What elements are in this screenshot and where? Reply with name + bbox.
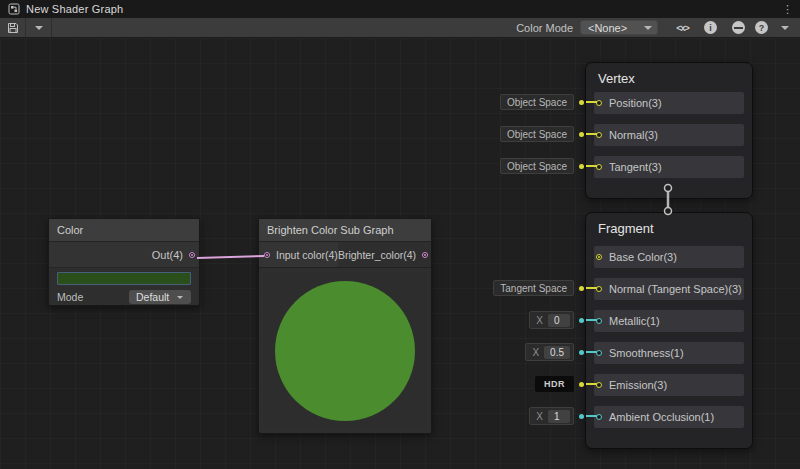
color-mode-row: Mode Default bbox=[49, 288, 199, 305]
fragment-node[interactable]: Fragment Base Color(3) Normal (Tangent S… bbox=[585, 212, 753, 449]
wire-stub bbox=[586, 165, 597, 167]
save-asset-button[interactable] bbox=[0, 18, 26, 37]
binding-dot bbox=[579, 286, 584, 291]
code-view-button[interactable]: <x> bbox=[671, 23, 694, 33]
vertex-node-title: Vertex bbox=[586, 63, 752, 92]
metallic-value-field[interactable]: 0 bbox=[548, 314, 570, 327]
mode-label: Mode bbox=[57, 291, 83, 303]
binding-dot bbox=[579, 414, 584, 419]
toolbar-right-group: Color Mode <None> <x> i ? bbox=[516, 18, 800, 37]
position-space-binding[interactable]: Object Space bbox=[500, 93, 597, 111]
save-options-dropdown-button[interactable] bbox=[26, 18, 52, 37]
fragment-slot-metallic[interactable]: Metallic(1) bbox=[594, 310, 744, 332]
binding-dot bbox=[579, 318, 584, 323]
vertex-node[interactable]: Vertex Position(3) Normal(3) Tangent(3) bbox=[585, 62, 753, 199]
color-swatch[interactable] bbox=[57, 272, 191, 285]
fragment-slot-normal[interactable]: Normal (Tangent Space)(3) bbox=[594, 278, 744, 300]
window-title: New Shader Graph bbox=[26, 3, 123, 15]
color-node-title: Color bbox=[49, 219, 199, 242]
subgraph-ports-row: Input color(4) Brighter_color(4) bbox=[259, 242, 431, 268]
fragment-slot-smoothness[interactable]: Smoothness(1) bbox=[594, 342, 744, 364]
mode-value: Default bbox=[136, 291, 169, 303]
subgraph-input-slot[interactable]: Input color(4) bbox=[259, 242, 338, 267]
object-space-pill-label: Object Space bbox=[507, 97, 567, 108]
hdr-color-field[interactable]: HDR bbox=[535, 376, 574, 392]
binding-dot bbox=[579, 100, 584, 105]
object-space-pill-label: Object Space bbox=[507, 129, 567, 140]
metallic-value-widget[interactable]: X 0 bbox=[529, 311, 597, 329]
base-color-input-port[interactable] bbox=[596, 254, 602, 260]
binding-dot bbox=[579, 132, 584, 137]
ambient-occlusion-value-field[interactable]: 1 bbox=[548, 410, 570, 423]
emission-hdr-widget[interactable]: HDR bbox=[535, 375, 597, 393]
input-color-port[interactable] bbox=[264, 252, 270, 258]
subgraph-output-slot[interactable]: Brighter_color(4) bbox=[338, 242, 432, 267]
preview-sphere bbox=[275, 281, 415, 421]
brighten-color-subgraph-node[interactable]: Brighten Color Sub Graph Input color(4) … bbox=[258, 218, 432, 434]
brighter-color-port[interactable] bbox=[422, 252, 428, 258]
graph-canvas[interactable]: Vertex Position(3) Normal(3) Tangent(3) … bbox=[0, 38, 800, 469]
chevron-down-icon bbox=[35, 26, 43, 30]
kebab-menu-icon[interactable]: ⋮ bbox=[782, 4, 792, 14]
object-space-pill-label: Object Space bbox=[507, 161, 567, 172]
chevron-down-icon bbox=[177, 296, 183, 299]
color-node[interactable]: Color Out(4) Mode Default bbox=[48, 218, 200, 306]
toolbar-menu-dropdown-button[interactable] bbox=[773, 26, 796, 30]
wire-stub bbox=[586, 287, 597, 289]
wire-stub bbox=[586, 383, 597, 385]
binding-dot bbox=[579, 164, 584, 169]
normal-space-binding[interactable]: Object Space bbox=[500, 125, 597, 143]
tangent-space-binding[interactable]: Object Space bbox=[500, 157, 597, 175]
chevron-down-icon bbox=[644, 26, 652, 30]
wire-stub bbox=[586, 319, 597, 321]
info-icon: i bbox=[704, 21, 717, 34]
normal-space-pill[interactable]: Tangent Space bbox=[493, 279, 597, 297]
title-bar: New Shader Graph ⋮ bbox=[0, 0, 800, 18]
wire-stub bbox=[586, 101, 597, 103]
subgraph-node-title: Brighten Color Sub Graph bbox=[259, 219, 431, 242]
x-component-label: X bbox=[533, 315, 543, 326]
help-icon: ? bbox=[755, 21, 768, 34]
smoothness-value-field[interactable]: 0.5 bbox=[544, 346, 570, 359]
binding-dot bbox=[579, 350, 584, 355]
vertex-slot-normal[interactable]: Normal(3) bbox=[594, 124, 744, 146]
fragment-slot-emission[interactable]: Emission(3) bbox=[594, 374, 744, 396]
chevron-down-icon bbox=[781, 26, 789, 30]
color-swatch-row bbox=[49, 268, 199, 288]
vertex-slot-position[interactable]: Position(3) bbox=[594, 92, 744, 114]
wire-stub bbox=[586, 133, 597, 135]
wire-stub bbox=[586, 351, 597, 353]
subgraph-preview bbox=[263, 272, 427, 429]
smoothness-value-widget[interactable]: X 0.5 bbox=[525, 343, 597, 361]
graph-inspector-button[interactable]: i bbox=[699, 21, 722, 34]
fragment-node-title: Fragment bbox=[586, 213, 752, 242]
tangent-space-pill-label: Tangent Space bbox=[500, 283, 567, 294]
ambient-occlusion-value-widget[interactable]: X 1 bbox=[529, 407, 597, 425]
color-out-port[interactable] bbox=[189, 252, 195, 258]
shader-graph-window: New Shader Graph ⋮ Color Mode <None> <x> bbox=[0, 0, 800, 469]
main-preview-button[interactable] bbox=[727, 21, 750, 34]
color-mode-dropdown[interactable]: <None> bbox=[580, 20, 658, 35]
preview-toggle-icon bbox=[732, 21, 745, 34]
fragment-slot-base-color[interactable]: Base Color(3) bbox=[594, 246, 744, 268]
edge-color-to-subgraph[interactable] bbox=[197, 256, 264, 258]
code-icon: <x> bbox=[676, 23, 689, 33]
shader-graph-asset-icon bbox=[8, 3, 20, 15]
color-mode-label: Color Mode bbox=[516, 22, 573, 34]
x-component-label: X bbox=[533, 411, 543, 422]
help-button[interactable]: ? bbox=[750, 21, 773, 34]
x-component-label: X bbox=[529, 347, 539, 358]
color-node-mode-dropdown[interactable]: Default bbox=[129, 290, 191, 304]
fragment-slot-ambient-occlusion[interactable]: Ambient Occlusion(1) bbox=[594, 406, 744, 428]
color-mode-value: <None> bbox=[588, 22, 638, 34]
color-out-slot[interactable]: Out(4) bbox=[49, 242, 199, 268]
binding-dot bbox=[579, 382, 584, 387]
wire-stub bbox=[586, 415, 597, 417]
toolbar: Color Mode <None> <x> i ? bbox=[0, 18, 800, 38]
vertex-slot-tangent[interactable]: Tangent(3) bbox=[594, 156, 744, 178]
